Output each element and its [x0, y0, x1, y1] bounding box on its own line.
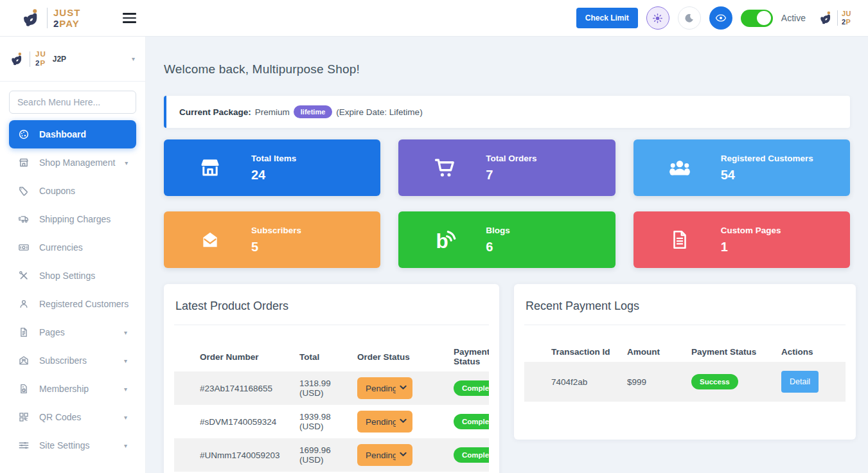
document-icon	[667, 229, 693, 251]
store-icon	[197, 156, 223, 179]
sidebar-item-coupons[interactable]: Coupons	[9, 177, 136, 205]
jp-logo-icon	[22, 8, 41, 28]
sidebar-item-membership[interactable]: $ Membership ▾	[9, 375, 136, 403]
stat-value: 5	[251, 240, 301, 254]
moon-icon	[684, 13, 695, 24]
stat-value: 24	[251, 168, 296, 183]
envelope-open-icon	[197, 229, 223, 251]
chevron-down-icon: ▾	[132, 55, 135, 62]
mini-brand-logo: JU 2P	[819, 10, 851, 26]
brand-word2-num: 2	[53, 18, 59, 29]
stat-label: Registered Customers	[721, 154, 813, 163]
sidebar-brand[interactable]: JU 2P J2P ▾	[0, 37, 145, 82]
light-mode-button[interactable]	[646, 6, 669, 30]
eye-icon	[715, 12, 727, 24]
chevron-down-icon: ▾	[124, 329, 127, 336]
check-limit-button[interactable]: Check Limit	[576, 8, 638, 28]
users-icon	[667, 156, 693, 180]
table-row: #sDVM1740059324 1939.98 (USD) Pending	[174, 405, 489, 438]
sidebar-menu: Dashboard Shop Management ▾ Coupons	[0, 120, 145, 460]
sidebar-item-shipping-charges[interactable]: Shipping Charges	[9, 205, 136, 233]
sidebar-item-dashboard[interactable]: Dashboard	[9, 120, 136, 148]
sidebar-item-pages[interactable]: Pages ▾	[9, 318, 136, 346]
column-header-amount: Amount	[621, 342, 685, 362]
user-icon	[18, 298, 30, 310]
envelope-icon	[18, 355, 30, 366]
column-header-payment-status: Payment Status	[447, 342, 489, 371]
invoice-icon: $	[18, 383, 30, 395]
sidebar-item-registered-customers[interactable]: Registered Customers	[9, 290, 136, 318]
payments-panel-title: Recent Payment Logs	[524, 297, 846, 325]
detail-button[interactable]: Detail	[781, 371, 819, 393]
hamburger-icon[interactable]	[120, 10, 139, 25]
brand-word1: JUST	[53, 8, 80, 17]
stat-label: Total Items	[251, 154, 296, 163]
table-row: #23Ab1741168655 1318.99 (USD) Pending	[174, 371, 489, 405]
payment-status-badge: Completed	[454, 380, 489, 396]
logo-divider	[47, 8, 48, 28]
table-row: #UNmm1740059203 1699.96 (USD) Pending	[174, 438, 489, 472]
tools-icon	[18, 270, 30, 281]
payment-logs-panel: Recent Payment Logs Transaction Id Amoun…	[514, 284, 856, 440]
cart-icon	[432, 156, 457, 179]
stat-label: Total Orders	[486, 154, 536, 163]
logo-divider	[30, 51, 30, 67]
order-status-select[interactable]: Pending	[357, 444, 412, 466]
stat-label: Custom Pages	[721, 226, 781, 235]
payments-table: Transaction Id Amount Payment Status Act…	[524, 342, 846, 402]
brand-name: JUST 2PAY	[53, 8, 80, 28]
sidebar-item-shop-management[interactable]: Shop Management ▾	[9, 148, 136, 177]
stat-card-subscribers: Subscribers 5	[164, 211, 380, 268]
stat-card-registered-customers: Registered Customers 54	[633, 139, 850, 196]
payment-amount: $999	[621, 362, 685, 402]
page-title: Welcome back, Multipurpose Shop!	[164, 62, 850, 76]
column-header-total: Total	[293, 342, 351, 371]
chevron-down-icon: ▾	[124, 357, 127, 364]
orders-table-wrapper: Order Number Total Order Status Payment …	[174, 342, 489, 472]
chevron-down-icon: ▾	[124, 386, 127, 393]
chevron-down-icon: ▾	[124, 442, 127, 449]
package-banner: Current Package: Premium lifetime (Expir…	[164, 96, 850, 128]
stat-value: 54	[721, 168, 813, 183]
menu-search-input[interactable]	[9, 91, 136, 114]
stats-grid: Total Items 24 Total Orders 7	[164, 139, 850, 268]
package-name: Premium	[255, 107, 290, 117]
order-status-select[interactable]: Pending	[357, 377, 412, 399]
sliders-icon	[18, 440, 30, 451]
column-header-order-status: Order Status	[351, 342, 447, 371]
mini-brand-name: JU 2P	[842, 10, 851, 26]
brand-logo: JUST 2PAY	[22, 8, 80, 28]
order-number: #23Ab1741168655	[174, 371, 293, 405]
sidebar-item-qr-codes[interactable]: QR Codes ▾	[9, 403, 136, 431]
active-toggle[interactable]	[741, 10, 773, 27]
file-icon	[18, 326, 30, 338]
order-status-select[interactable]: Pending	[357, 411, 412, 433]
payment-status-badge: Completed	[454, 414, 489, 429]
chevron-down-icon: ▾	[125, 159, 128, 166]
active-status-label: Active	[781, 13, 806, 23]
transaction-id: 7404f2ab	[524, 362, 621, 402]
order-total: 1699.96 (USD)	[293, 438, 351, 472]
package-expire-text: (Expire Date: Lifetime)	[336, 107, 422, 117]
order-total: 1939.98 (USD)	[293, 405, 351, 438]
svg-text:b: b	[436, 229, 448, 251]
stat-value: 1	[721, 240, 781, 254]
sidebar: JU 2P J2P ▾ Dashboard	[0, 37, 146, 473]
coupon-icon	[18, 185, 30, 197]
order-number: #sDVM1740059324	[174, 405, 293, 438]
sidebar-item-site-settings[interactable]: Site Settings ▾	[9, 431, 136, 460]
sidebar-item-subscribers[interactable]: Subscribers ▾	[9, 346, 136, 375]
stat-value: 6	[486, 240, 510, 254]
payment-status-badge: Completed	[454, 447, 489, 463]
sidebar-item-currencies[interactable]: Currencies	[9, 233, 136, 262]
preview-button[interactable]	[709, 6, 732, 30]
sidebar-item-shop-settings[interactable]: Shop Settings	[9, 262, 136, 290]
column-header-transaction-id: Transaction Id	[524, 342, 621, 362]
dark-mode-button[interactable]	[678, 6, 701, 30]
stat-card-blogs: b Blogs 6	[398, 211, 615, 268]
store-icon	[18, 157, 30, 168]
order-total: 1318.99 (USD)	[293, 371, 351, 405]
qrcode-icon	[18, 411, 30, 423]
table-row: 7404f2ab $999 Success Detail	[524, 362, 846, 402]
stat-card-custom-pages: Custom Pages 1	[633, 211, 850, 268]
